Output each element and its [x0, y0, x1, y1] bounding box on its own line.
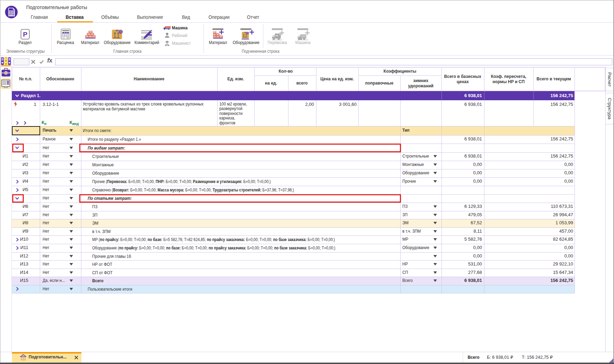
svg-text:P: P [23, 31, 28, 38]
